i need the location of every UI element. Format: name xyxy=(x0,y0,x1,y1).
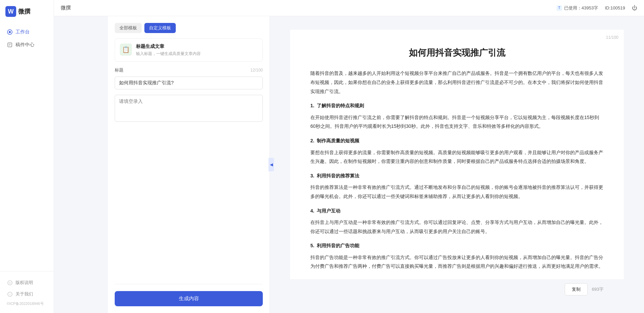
section-1-content: 在开始使用抖音进行推广引流之前，你需要了解抖音的特点和规则。抖音是一个短视频分享… xyxy=(310,113,604,131)
template-card-title: 标题生成文章 xyxy=(136,44,258,50)
sidebar: W 微撰 工作台 稿件中心 xyxy=(0,0,54,313)
title-input[interactable] xyxy=(115,77,263,89)
section-4-number: 4. xyxy=(310,208,314,214)
title-label: 标题 xyxy=(115,67,123,73)
section-4-title: 与用户互动 xyxy=(317,208,340,214)
logo-area: W 微撰 xyxy=(0,0,54,23)
article-bottom-bar: 复制 693字 xyxy=(290,279,624,300)
topbar-id: ID:100519 xyxy=(605,5,625,10)
section-2-content: 要想在抖音上获得更多的流量，你需要制作高质量的短视频。高质量的短视频能够吸引更多… xyxy=(310,148,604,166)
icp-text: ©ICP备2022018946号 xyxy=(0,300,54,308)
topbar-title: 微撰 xyxy=(61,5,71,11)
svg-text:©: © xyxy=(9,282,11,285)
usage-area: T 已使用：43953字 xyxy=(557,5,598,11)
workbench-icon xyxy=(7,29,13,35)
copy-button[interactable]: 复制 xyxy=(565,283,588,295)
tab-bar: 全部模板 自定义模板 xyxy=(115,23,263,33)
section-4-heading: 4. 与用户互动 xyxy=(310,206,604,216)
section-3-heading: 3. 利用抖音的推荐算法 xyxy=(310,171,604,180)
panel-divider xyxy=(115,284,263,284)
svg-rect-2 xyxy=(8,43,12,47)
sidebar-copyright[interactable]: © 版权说明 xyxy=(0,277,54,288)
sidebar-about[interactable]: i 关于我们 xyxy=(0,288,54,300)
article-container: 11/100 如何用抖音实现推广引流 随着抖音的普及，越来越多的人开始利用这个短… xyxy=(290,30,624,300)
tab-custom-templates[interactable]: 自定义模板 xyxy=(144,23,176,33)
section-1-number: 1. xyxy=(310,103,314,108)
title-form-section: 标题 12/100 xyxy=(115,67,263,89)
section-2-number: 2. xyxy=(310,138,314,143)
title-count: 12/100 xyxy=(250,68,263,73)
tab-all-templates[interactable]: 全部模板 xyxy=(115,23,142,33)
template-card-icon: 📋 xyxy=(120,44,132,56)
sidebar-nav: 工作台 稿件中心 xyxy=(0,23,54,271)
section-1-title: 了解抖音的特点和规则 xyxy=(317,103,364,108)
main-content: 全部模板 自定义模板 📋 标题生成文章 输入标题，一键生成高质量文章内容 标题 … xyxy=(108,16,644,313)
sidebar-item-drafts[interactable]: 稿件中心 xyxy=(0,38,54,51)
sidebar-item-drafts-label: 稿件中心 xyxy=(16,42,34,48)
about-icon: i xyxy=(7,291,13,297)
template-card-info: 标题生成文章 输入标题，一键生成高质量文章内容 xyxy=(136,44,258,57)
sidebar-item-workbench-label: 工作台 xyxy=(16,29,30,35)
logo-text: 微撰 xyxy=(18,7,30,16)
page-indicator: 11/100 xyxy=(606,35,618,40)
sidebar-bottom: © 版权说明 i 关于我们 ©ICP备2022018946号 xyxy=(0,271,54,313)
section-3-title: 利用抖音的推荐算法 xyxy=(317,173,359,178)
drafts-icon xyxy=(7,42,13,48)
template-card[interactable]: 📋 标题生成文章 输入标题，一键生成高质量文章内容 xyxy=(115,38,263,62)
collapse-panel-arrow[interactable]: ◀ xyxy=(269,158,274,171)
section-1-heading: 1. 了解抖音的特点和规则 xyxy=(310,101,604,110)
section-3-number: 3. xyxy=(310,173,314,178)
copyright-label: 版权说明 xyxy=(16,280,33,286)
logo-icon: W xyxy=(5,6,16,17)
svg-point-1 xyxy=(9,31,11,33)
usage-icon: T xyxy=(557,5,562,11)
logo-letter: W xyxy=(8,8,14,15)
article-intro: 随着抖音的普及，越来越多的人开始利用这个短视频分享平台来推广自己的产品或服务。抖… xyxy=(310,69,604,96)
article-body: 随着抖音的普及，越来越多的人开始利用这个短视频分享平台来推广自己的产品或服务。抖… xyxy=(310,69,604,271)
article-title: 如何用抖音实现推广引流 xyxy=(310,47,604,59)
content-textarea[interactable] xyxy=(115,95,263,122)
right-panel: 11/100 如何用抖音实现推广引流 随着抖音的普及，越来越多的人开始利用这个短… xyxy=(270,16,644,313)
copyright-icon: © xyxy=(7,280,13,286)
sidebar-item-workbench[interactable]: 工作台 xyxy=(0,26,54,38)
template-icon-emoji: 📋 xyxy=(122,46,130,53)
section-5-heading: 5. 利用抖音的广告功能 xyxy=(310,241,604,250)
word-count: 693字 xyxy=(592,286,604,292)
left-panel: 全部模板 自定义模板 📋 标题生成文章 输入标题，一键生成高质量文章内容 标题 … xyxy=(108,16,270,313)
generate-button[interactable]: 生成内容 xyxy=(115,291,263,306)
topbar-right: T 已使用：43953字 ID:100519 ⏻ xyxy=(557,5,637,11)
section-5-content: 抖音的广告功能是一种非常有效的推广引流方式。你可以通过广告投放来让更多的人看到你… xyxy=(310,253,604,271)
topbar: 微撰 T 已使用：43953字 ID:100519 ⏻ xyxy=(54,0,644,16)
usage-label: 已使用：43953字 xyxy=(564,5,598,11)
section-5-title: 利用抖音的广告功能 xyxy=(317,243,359,248)
about-label: 关于我们 xyxy=(16,291,33,297)
template-card-desc: 输入标题，一键生成高质量文章内容 xyxy=(136,51,258,57)
title-label-row: 标题 12/100 xyxy=(115,67,263,73)
svg-text:i: i xyxy=(9,293,10,296)
section-4-content: 在抖音上与用户互动是一种非常有效的推广引流方式。你可以通过回复评论、点赞、分享等… xyxy=(310,218,604,236)
power-icon[interactable]: ⏻ xyxy=(632,5,637,11)
content-form-section xyxy=(115,95,263,122)
section-2-title: 制作高质量的短视频 xyxy=(317,138,359,143)
section-2-heading: 2. 制作高质量的短视频 xyxy=(310,136,604,145)
section-5-number: 5. xyxy=(310,243,314,248)
section-3-content: 抖音的推荐算法是一种非常有效的推广引流方式。通过不断地发布和分享自己的短视频，你… xyxy=(310,183,604,201)
